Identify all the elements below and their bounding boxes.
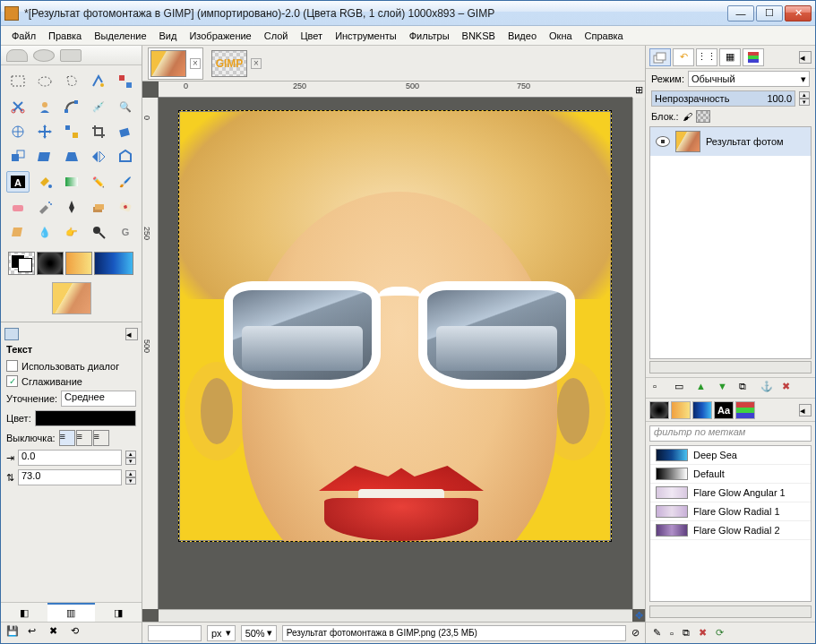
duplicate-gradient-button[interactable]: ⧉ — [683, 627, 690, 639]
text-tool[interactable]: A — [6, 171, 30, 193]
gradient-item[interactable]: Default — [650, 465, 811, 484]
delete-layer-button[interactable]: ✖ — [782, 381, 796, 395]
brushes-tab[interactable] — [649, 401, 669, 419]
zoom-fit-icon[interactable]: ⊞ — [632, 82, 645, 98]
zoom-tool[interactable]: 🔍 — [114, 96, 137, 117]
ruler-vertical[interactable]: 0 250 500 — [142, 98, 159, 609]
menu-layer[interactable]: Слой — [259, 29, 294, 43]
color-picker-tool[interactable]: 💉 — [87, 96, 110, 117]
menu-image[interactable]: Изображение — [184, 29, 256, 43]
menu-video[interactable]: Видео — [502, 29, 542, 43]
dodge-tool[interactable] — [87, 221, 110, 243]
zoom-select[interactable]: 50%▾ — [241, 625, 277, 641]
pattern-indicator[interactable] — [65, 252, 92, 275]
spin-down[interactable]: ▾ — [125, 477, 136, 485]
menu-edit[interactable]: Правка — [43, 29, 87, 43]
menu-windows[interactable]: Окна — [544, 29, 578, 43]
menu-view[interactable]: Вид — [154, 29, 183, 43]
by-color-select-tool[interactable] — [114, 71, 137, 92]
brush-indicator[interactable] — [37, 252, 64, 275]
gradient-item[interactable]: Flare Glow Radial 1 — [650, 502, 811, 521]
menu-bnksb[interactable]: BNKSB — [457, 29, 501, 43]
maximize-button[interactable]: ☐ — [756, 5, 783, 21]
justify-center-button[interactable]: ≡ — [93, 430, 109, 446]
indent-input[interactable]: 0.0 — [18, 450, 122, 466]
eraser-tool[interactable] — [6, 196, 30, 218]
gradient-item[interactable]: Flare Glow Radial 2 — [650, 521, 811, 540]
use-dialog-checkbox[interactable] — [6, 360, 18, 372]
colormap-tab[interactable] — [743, 48, 764, 66]
cancel-icon[interactable]: ⊘ — [631, 627, 640, 639]
menu-file[interactable]: Файл — [6, 29, 41, 43]
ellipse-select-tool[interactable] — [33, 71, 56, 92]
spin-up[interactable]: ▴ — [125, 470, 136, 477]
reset-options-icon[interactable]: ⟲ — [71, 625, 87, 641]
scale-tool[interactable] — [6, 146, 30, 167]
delete-gradient-button[interactable]: ✖ — [699, 627, 707, 639]
scrollbar-vertical[interactable] — [632, 98, 645, 609]
filter-input[interactable]: фильтр по меткам — [649, 425, 812, 442]
fuzzy-select-tool[interactable] — [87, 71, 110, 92]
palettes-tab[interactable] — [735, 401, 755, 419]
image-tab-1[interactable]: × — [148, 47, 203, 80]
save-options-icon[interactable]: 💾 — [6, 625, 22, 641]
linespacing-input[interactable]: 73.0 — [18, 469, 122, 485]
edit-gradient-button[interactable]: ✎ — [653, 627, 661, 639]
layer-name[interactable]: Результат фотом — [706, 136, 784, 147]
align-tool[interactable] — [60, 121, 83, 142]
tool-options-tab[interactable] — [4, 328, 19, 340]
paths-tab[interactable]: ▦ — [719, 48, 741, 66]
foreground-select-tool[interactable] — [33, 96, 56, 117]
hinting-select[interactable]: Среднее — [61, 391, 136, 407]
shear-tool[interactable] — [33, 146, 56, 167]
clone-tool[interactable] — [87, 196, 110, 218]
smudge-tool[interactable]: 👉 — [60, 221, 83, 243]
bottom-tab-1[interactable]: ◧ — [1, 603, 47, 622]
layer-item[interactable]: Результат фотом — [650, 127, 811, 156]
menu-select[interactable]: Выделение — [89, 29, 151, 43]
new-gradient-button[interactable]: ▫ — [670, 628, 674, 639]
menu-help[interactable]: Справка — [580, 29, 629, 43]
gegl-tool[interactable]: G — [114, 221, 137, 243]
canvas[interactable]: ДПС — [178, 110, 612, 542]
visibility-toggle-icon[interactable] — [656, 136, 670, 147]
rotate-tool[interactable] — [114, 121, 137, 142]
layer-group-button[interactable]: ▭ — [674, 381, 689, 395]
bottom-tab-2[interactable]: ▥ — [47, 603, 94, 622]
anchor-layer-button[interactable]: ⚓ — [760, 381, 775, 395]
layers-tab[interactable] — [649, 48, 671, 66]
gradient-item[interactable]: Deep Sea — [650, 446, 811, 465]
scissors-tool[interactable] — [6, 96, 30, 117]
raise-layer-button[interactable]: ▲ — [696, 381, 710, 395]
undo-history-tab[interactable]: ↶ — [673, 48, 694, 66]
gradient-item[interactable]: Flare Glow Angular 1 — [650, 484, 811, 502]
minimize-button[interactable]: — — [727, 5, 754, 21]
opacity-slider[interactable]: Непрозрачность100.0 — [651, 90, 795, 107]
heal-tool[interactable] — [114, 196, 137, 218]
ruler-horizontal[interactable]: 0 250 500 750 — [159, 82, 632, 98]
perspective-tool[interactable] — [60, 146, 83, 167]
close-tab-icon[interactable]: × — [251, 58, 262, 69]
refresh-gradients-button[interactable]: ⟳ — [716, 627, 724, 639]
lower-layer-button[interactable]: ▼ — [717, 381, 732, 395]
lock-pixels-icon[interactable]: 🖌 — [683, 111, 692, 122]
channels-tab[interactable]: ⋮⋮ — [696, 48, 717, 66]
menu-filters[interactable]: Фильтры — [404, 29, 455, 43]
navigation-icon[interactable]: ✥ — [632, 609, 645, 622]
perspective-clone-tool[interactable] — [6, 221, 30, 243]
scrollbar-horizontal[interactable] — [159, 609, 632, 622]
airbrush-tool[interactable] — [33, 196, 56, 218]
blur-tool[interactable]: 💧 — [33, 221, 56, 243]
new-layer-button[interactable]: ▫ — [653, 381, 667, 395]
image-tab-2[interactable]: × — [209, 47, 264, 80]
fg-bg-swatch[interactable] — [8, 252, 35, 275]
unit-select[interactable]: px ▾ — [207, 625, 236, 641]
fonts-tab[interactable]: Aa — [714, 401, 734, 419]
layers-scrollbar[interactable] — [649, 361, 812, 374]
ink-tool[interactable] — [60, 196, 83, 218]
justify-left-button[interactable]: ≡ — [59, 430, 75, 446]
mode-select[interactable]: Обычный▾ — [688, 71, 810, 87]
duplicate-layer-button[interactable]: ⧉ — [739, 381, 753, 395]
pencil-tool[interactable]: ✏️ — [87, 171, 110, 193]
free-select-tool[interactable] — [60, 71, 83, 92]
